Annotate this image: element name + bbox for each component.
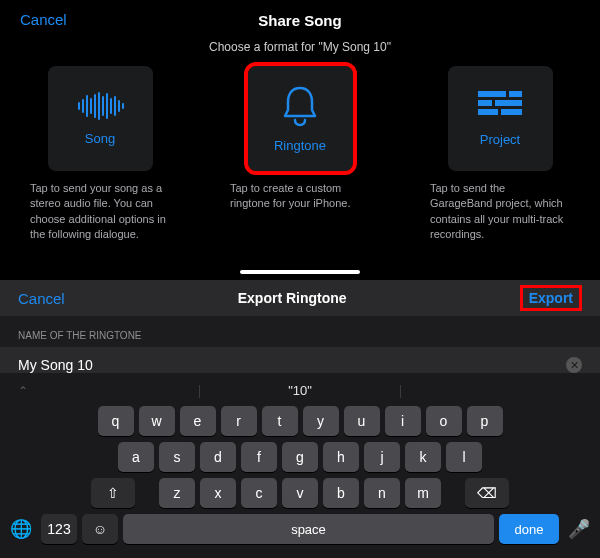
format-card-project[interactable]: Project Tap to send the GarageBand proje… [430,66,570,243]
home-indicator[interactable] [240,270,360,274]
project-card-box[interactable]: Project [448,66,553,171]
ringtone-name-input[interactable] [18,357,566,373]
export-navbar: Cancel Export Ringtone Export [0,280,600,316]
project-card-label: Project [480,132,520,147]
format-card-song[interactable]: Song Tap to send your song as a stereo a… [30,66,170,243]
song-card-box[interactable]: Song [48,66,153,171]
key-w[interactable]: w [139,406,175,436]
key-a[interactable]: a [118,442,154,472]
ringtone-card-label: Ringtone [274,138,326,153]
svg-rect-13 [509,91,522,97]
dictation-key[interactable]: 🎤 [564,516,594,542]
key-l[interactable]: l [446,442,482,472]
keyboard-row-4: 🌐 123 ☺ space done 🎤 [4,514,596,544]
key-i[interactable]: i [385,406,421,436]
export-ringtone-screen: Cancel Export Ringtone Export NAME OF TH… [0,280,600,558]
space-key[interactable]: space [123,514,494,544]
share-subtitle: Choose a format for "My Song 10" [0,40,600,54]
export-title: Export Ringtone [65,290,520,306]
ringtone-card-box[interactable]: Ringtone [248,66,353,171]
key-q[interactable]: q [98,406,134,436]
key-123[interactable]: 123 [41,514,77,544]
project-card-desc: Tap to send the GarageBand project, whic… [430,181,570,243]
key-y[interactable]: y [303,406,339,436]
key-j[interactable]: j [364,442,400,472]
key-o[interactable]: o [426,406,462,436]
key-p[interactable]: p [467,406,503,436]
key-b[interactable]: b [323,478,359,508]
emoji-key[interactable]: ☺ [82,514,118,544]
done-key[interactable]: done [499,514,559,544]
close-icon: ✕ [570,360,579,371]
keyboard-row-2: a s d f g h j k l [4,442,596,472]
key-t[interactable]: t [262,406,298,436]
key-n[interactable]: n [364,478,400,508]
key-v[interactable]: v [282,478,318,508]
key-z[interactable]: z [159,478,195,508]
key-u[interactable]: u [344,406,380,436]
key-c[interactable]: c [241,478,277,508]
key-s[interactable]: s [159,442,195,472]
keyboard: ⌃ "10" q w e r t y u i o p a s d f g h j… [0,373,600,558]
cancel-button[interactable]: Cancel [20,11,67,28]
emoji-icon: ☺ [93,521,107,537]
key-k[interactable]: k [405,442,441,472]
tracks-icon [477,90,523,122]
key-d[interactable]: d [200,442,236,472]
key-x[interactable]: x [200,478,236,508]
shift-key[interactable]: ⇧ [91,478,135,508]
format-card-ringtone[interactable]: Ringtone Tap to create a custom ringtone… [230,66,370,243]
key-e[interactable]: e [180,406,216,436]
key-f[interactable]: f [241,442,277,472]
export-button[interactable]: Export [520,285,582,311]
key-m[interactable]: m [405,478,441,508]
chevron-up-icon[interactable]: ⌃ [18,384,28,398]
prediction-suggestion[interactable]: "10" [288,383,312,398]
song-card-label: Song [85,131,115,146]
backspace-icon: ⌫ [477,485,497,501]
ringtone-card-desc: Tap to create a custom ringtone for your… [230,181,370,212]
song-card-desc: Tap to send your song as a stereo audio … [30,181,170,243]
svg-rect-16 [478,109,498,115]
key-h[interactable]: h [323,442,359,472]
clear-text-button[interactable]: ✕ [566,357,582,373]
share-navbar: Cancel Share Song [0,0,600,40]
svg-rect-15 [495,100,522,106]
key-g[interactable]: g [282,442,318,472]
waveform-icon [75,91,125,121]
ringtone-name-label: NAME OF THE RINGTONE [0,316,600,347]
mic-icon: 🎤 [568,518,590,540]
globe-key[interactable]: 🌐 [6,516,36,542]
format-cards: Song Tap to send your song as a stereo a… [0,66,600,243]
key-r[interactable]: r [221,406,257,436]
shift-icon: ⇧ [107,485,119,501]
share-song-screen: Cancel Share Song Choose a format for "M… [0,0,600,280]
globe-icon: 🌐 [10,518,32,540]
cancel-button-2[interactable]: Cancel [18,290,65,307]
keyboard-row-1: q w e r t y u i o p [4,406,596,436]
svg-rect-17 [501,109,522,115]
share-title: Share Song [100,12,500,29]
bell-icon [280,84,320,128]
keyboard-row-3: ⇧ z x c v b n m ⌫ [4,478,596,508]
backspace-key[interactable]: ⌫ [465,478,509,508]
prediction-bar: ⌃ "10" [4,379,596,406]
svg-rect-12 [478,91,506,97]
svg-rect-14 [478,100,492,106]
